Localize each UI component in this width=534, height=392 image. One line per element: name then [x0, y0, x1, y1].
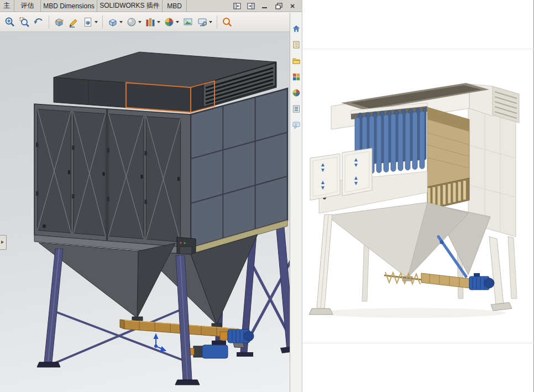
- toolbar-separator: [49, 15, 49, 29]
- tab-mbd[interactable]: MBD: [163, 0, 187, 12]
- float-panel-button[interactable]: [232, 2, 242, 11]
- window-controls: ✕: [232, 1, 297, 11]
- task-pane-strip: [290, 13, 302, 392]
- toolbar-separator: [102, 15, 103, 29]
- minimize-icon: [261, 3, 268, 9]
- annotation-view-icon: [68, 17, 79, 28]
- render-preview-panel: [302, 0, 534, 392]
- apply-scene-button[interactable]: [181, 14, 195, 30]
- model-right-face: [191, 88, 287, 248]
- view-settings-button[interactable]: [196, 14, 213, 30]
- tab-label: SOLIDWORKS 插件: [100, 1, 160, 11]
- restore-icon: [275, 3, 282, 9]
- properties-list-icon: [292, 104, 301, 113]
- cad-viewport[interactable]: [0, 32, 290, 392]
- tab-solidworks-addins[interactable]: SOLIDWORKS 插件: [97, 0, 163, 12]
- zoom-to-area-icon: [19, 17, 30, 28]
- comments-button[interactable]: [291, 120, 301, 130]
- previous-view-icon: [33, 17, 44, 28]
- solidworks-window: 主 评估 MBD Dimensions SOLIDWORKS 插件 MBD: [0, 0, 534, 392]
- cad-pane: 主 评估 MBD Dimensions SOLIDWORKS 插件 MBD: [0, 0, 302, 392]
- expand-panel-icon: [247, 3, 255, 10]
- display-style-button[interactable]: [125, 14, 143, 30]
- edit-appearance-button[interactable]: [163, 14, 180, 30]
- dropdown-arrow-icon: [157, 21, 160, 23]
- appearances-grid-icon: [292, 72, 301, 81]
- home-button[interactable]: [291, 24, 301, 34]
- hide-show-items-button[interactable]: [144, 14, 161, 30]
- display-style-icon: [126, 17, 137, 28]
- view-toolbar: [0, 13, 290, 32]
- tab-partial[interactable]: 主: [0, 0, 14, 12]
- view-orientation-icon: [107, 17, 118, 28]
- realview-button[interactable]: [291, 88, 301, 98]
- zoom-to-area-button[interactable]: [18, 14, 31, 30]
- previous-view-button[interactable]: [32, 14, 45, 30]
- close-button[interactable]: ✕: [287, 2, 297, 11]
- dropdown-arrow-icon: [176, 21, 179, 23]
- hide-show-items-icon: [145, 17, 156, 28]
- dropdown-arrow-icon: [119, 21, 123, 23]
- edit-appearance-icon: [164, 17, 175, 28]
- cad-model-drawing: [0, 32, 290, 392]
- zoom-to-fit-icon: [4, 17, 15, 28]
- magnifier-button[interactable]: [221, 14, 234, 30]
- expand-panel-button[interactable]: [246, 2, 256, 11]
- design-binder-button[interactable]: [291, 40, 301, 50]
- command-tab-bar: 主 评估 MBD Dimensions SOLIDWORKS 插件 MBD: [0, 0, 302, 12]
- toolbar-separator: [217, 15, 217, 29]
- render-image: [302, 0, 534, 392]
- tab-mbd-dimensions[interactable]: MBD Dimensions: [41, 0, 97, 12]
- render-machine: [309, 83, 519, 315]
- realview-sphere-icon: [292, 88, 301, 97]
- origin-triad-icon: [154, 334, 165, 351]
- model-brace: [53, 309, 184, 364]
- model-front-doors: [34, 104, 191, 248]
- dropdown-arrow-icon: [209, 21, 212, 23]
- zoom-to-fit-button[interactable]: [3, 14, 17, 30]
- restore-button[interactable]: [274, 2, 284, 11]
- view-settings-icon: [197, 17, 208, 28]
- folder-icon: [292, 56, 301, 65]
- file-explorer-button[interactable]: [291, 56, 301, 66]
- 3d-drawing-view-button[interactable]: [81, 14, 99, 30]
- 3d-drawing-view-icon: [82, 17, 93, 28]
- apply-scene-icon: [182, 17, 193, 28]
- dropdown-arrow-icon: [138, 21, 142, 23]
- section-view-button[interactable]: [53, 14, 66, 30]
- dropdown-arrow-icon: [95, 21, 98, 23]
- view-orientation-button[interactable]: [106, 14, 124, 30]
- annotation-view-button[interactable]: [67, 14, 80, 30]
- minimize-button[interactable]: [260, 2, 270, 11]
- float-panel-icon: [233, 3, 242, 10]
- home-icon: [292, 24, 301, 33]
- tab-label: 评估: [21, 1, 34, 11]
- magnifier-icon: [222, 17, 233, 28]
- design-binder-icon: [292, 40, 301, 49]
- comment-bubble-icon: [292, 121, 301, 129]
- section-view-icon: [54, 17, 65, 28]
- appearances-button[interactable]: [291, 72, 301, 82]
- custom-properties-button[interactable]: [291, 104, 301, 114]
- collapsed-panel-tab[interactable]: [0, 235, 7, 250]
- tab-evaluate[interactable]: 评估: [14, 0, 41, 12]
- tab-label: MBD: [167, 2, 182, 10]
- tab-label: 主: [4, 1, 11, 11]
- tab-label: MBD Dimensions: [43, 2, 95, 10]
